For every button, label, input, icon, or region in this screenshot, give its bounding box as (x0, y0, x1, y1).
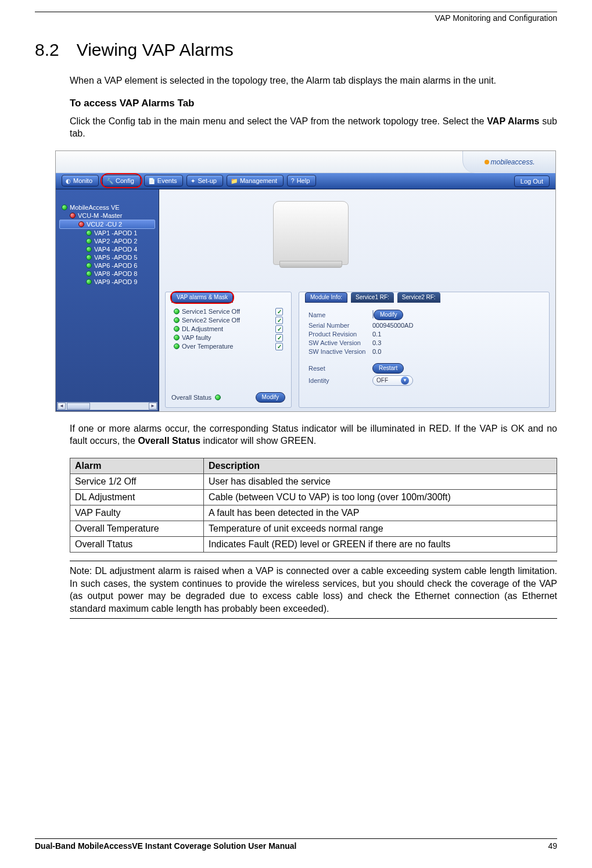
device-illustration (273, 201, 349, 265)
alarms-panel: VAP alarms & Mask Service1 Service Off✓ … (165, 292, 292, 408)
modify-button[interactable]: Modify (256, 392, 285, 403)
field-reset-label: Reset (308, 365, 372, 372)
tree-vcum[interactable]: VCU-M -Master (59, 211, 159, 220)
mask-checkbox[interactable]: ✓ (275, 343, 283, 350)
menu-monitor[interactable]: ◐Monito (62, 175, 99, 186)
page-footer: Dual-Band MobileAccessVE Instant Coverag… (35, 838, 557, 851)
mask-checkbox[interactable]: ✓ (275, 317, 283, 324)
cell-alarm: Service 1/2 Off (70, 474, 204, 489)
logout-button[interactable]: Log Out (514, 175, 550, 187)
field-rev-value: 0.1 (372, 331, 540, 338)
main-content: VAP alarms & Mask Service1 Service Off✓ … (159, 189, 555, 411)
table-row: VAP FaultyA fault has been detected in t… (70, 505, 557, 521)
tab-service1-rf[interactable]: Service1 RF: (351, 292, 394, 303)
field-serial-value: 000945000AD (372, 322, 540, 329)
status-dot-icon (174, 343, 180, 349)
field-swi-value: 0.0 (372, 348, 540, 355)
status-dot-icon (86, 271, 92, 277)
status-dot-icon (86, 263, 92, 268)
status-dot-icon (86, 254, 92, 260)
tree-vap[interactable]: VAP9 -APOD 9 (59, 278, 159, 286)
cell-desc: Temperature of unit exceeds normal range (204, 521, 557, 536)
cell-alarm: VAP Faulty (70, 505, 204, 521)
section-title-text: Viewing VAP Alarms (77, 40, 234, 60)
menu-monitor-label: Monito (73, 177, 92, 184)
field-rev-label: Product Revision (308, 331, 372, 338)
chevron-down-icon: ▼ (401, 376, 409, 385)
section-number: 8.2 (35, 40, 59, 60)
scroll-thumb[interactable] (67, 403, 90, 410)
tab-vap-alarms[interactable]: VAP alarms & Mask (171, 292, 233, 303)
alarm-row: Service1 Service Off✓ (174, 307, 283, 316)
tree-vap[interactable]: VAP8 -APOD 8 (59, 270, 159, 278)
modify-label: Modify (262, 394, 279, 400)
tab-module-label: Module Info: (310, 294, 342, 300)
page-number: 49 (548, 841, 557, 851)
field-swi-label: SW Inactive Version (308, 348, 372, 355)
p2-b: VAP Alarms (487, 116, 539, 126)
alarm-label: Over Temperature (182, 343, 233, 350)
status-dot-icon (174, 317, 180, 323)
tab-service2-rf[interactable]: Service2 RF: (397, 292, 440, 303)
cell-alarm: Overall Temperature (70, 521, 204, 536)
alarm-row: DL Adjustment✓ (174, 325, 283, 333)
tree-label: VAP5 -APOD 5 (94, 254, 137, 261)
status-dot-icon (62, 205, 67, 210)
status-dot-icon (215, 394, 221, 400)
restart-button[interactable]: Restart (372, 363, 404, 374)
module-info-panel: Module Info: Service1 RF: Service2 RF: N… (299, 292, 550, 408)
tree-vap[interactable]: VAP6 -APOD 6 (59, 261, 159, 270)
wrench-icon: 🔧 (106, 178, 113, 184)
status-dot-icon (86, 238, 92, 244)
mask-checkbox[interactable]: ✓ (275, 308, 283, 315)
alarm-row: Over Temperature✓ (174, 342, 283, 351)
scroll-left-icon[interactable]: ◄ (58, 403, 66, 410)
tree-vap[interactable]: VAP4 -APOD 4 (59, 245, 159, 253)
tree-label: VAP6 -APOD 6 (94, 262, 137, 269)
tree-label: VAP8 -APOD 8 (94, 270, 137, 277)
tree-vap[interactable]: VAP2 -APOD 2 (59, 237, 159, 245)
tree-vcu2-label: VCU2 -CU 2 (87, 221, 122, 228)
menu-events[interactable]: 📄Events (144, 175, 184, 186)
section-heading: 8.2 Viewing VAP Alarms (35, 40, 557, 60)
mask-checkbox[interactable]: ✓ (275, 325, 283, 333)
th-alarm: Alarm (70, 458, 204, 474)
menu-setup[interactable]: ✦Set-up (186, 175, 223, 186)
field-swa-value: 0.3 (372, 339, 540, 346)
monitor-icon: ◐ (66, 178, 71, 184)
cell-desc: A fault has been detected in the VAP (204, 505, 557, 521)
alarm-description-table: Alarm Description Service 1/2 OffUser ha… (70, 458, 557, 553)
p2-a: Click the Config tab in the main menu an… (70, 116, 487, 126)
menu-help[interactable]: ?Help (287, 175, 316, 186)
top-rule (35, 12, 557, 12)
tree-vcu2[interactable]: VCU2 -CU 2 (59, 220, 155, 229)
tree-vap[interactable]: VAP5 -APOD 5 (59, 253, 159, 261)
identity-value: OFF (376, 377, 388, 383)
alarm-label: VAP faulty (182, 334, 211, 341)
field-name-label: Name (308, 311, 372, 318)
note-box: Note: DL adjustment alarm is raised when… (70, 561, 557, 619)
field-identity-label: Identity (308, 377, 372, 384)
modify-name-button[interactable]: Modify (374, 310, 403, 320)
mask-checkbox[interactable]: ✓ (275, 334, 283, 342)
app-screenshot: mobileaccess. ◐Monito 🔧Config 📄Events ✦S… (55, 150, 556, 412)
cell-alarm: Overall Ttatus (70, 536, 204, 552)
status-dot-icon (78, 221, 84, 227)
tree-scrollbar[interactable]: ◄ ► (57, 402, 157, 410)
cell-desc: User has disabled the service (204, 474, 557, 489)
tree-vap[interactable]: VAP1 -APOD 1 (59, 229, 159, 237)
identity-select[interactable]: OFF▼ (372, 375, 413, 386)
help-icon: ? (291, 178, 295, 184)
field-swa-label: SW Active Version (308, 339, 372, 346)
field-serial-label: Serial Number (308, 322, 372, 329)
status-dot-icon (86, 279, 92, 285)
scroll-right-icon[interactable]: ► (149, 403, 157, 410)
menu-config[interactable]: 🔧Config (102, 175, 141, 186)
tab-module-info[interactable]: Module Info: (305, 292, 347, 303)
brand-text: mobileaccess. (490, 158, 534, 166)
table-row: Service 1/2 OffUser has disabled the ser… (70, 474, 557, 489)
star-icon: ✦ (191, 178, 195, 184)
menu-management[interactable]: 📁Management (227, 175, 284, 186)
tree-root-item[interactable]: MobileAccess VE (59, 203, 159, 211)
footer-title: Dual-Band MobileAccessVE Instant Coverag… (35, 841, 296, 851)
